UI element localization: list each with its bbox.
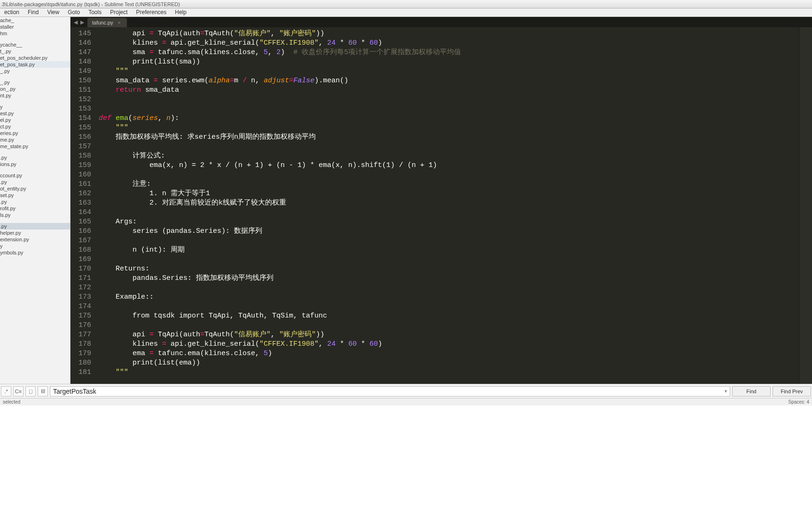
find-option-2[interactable]: ⎕ <box>25 386 36 397</box>
menu-find[interactable]: Find <box>23 8 43 16</box>
sidebar-item[interactable]: ions.py <box>0 161 70 167</box>
sidebar-item[interactable]: staller <box>0 24 70 30</box>
menu-tools[interactable]: Tools <box>84 8 106 16</box>
code-line[interactable] <box>99 104 799 114</box>
line-number: 161 <box>70 180 91 189</box>
find-option-3[interactable]: ⊟ <box>38 386 48 397</box>
sidebar-item[interactable]: helper.py <box>0 230 70 236</box>
line-number: 177 <box>70 330 91 340</box>
code-line[interactable]: api = TqApi(auth=TqAuth("信易账户", "账户密码")) <box>99 330 799 340</box>
code-line[interactable] <box>99 170 799 180</box>
find-input-value: TargetPosTask <box>53 388 96 395</box>
code-line[interactable]: return sma_data <box>99 86 799 95</box>
code-line[interactable]: api = TqApi(auth=TqAuth("信易账户", "账户密码")) <box>99 29 799 39</box>
minimap[interactable] <box>799 27 812 384</box>
sidebar[interactable]: ache_stallerhmycache__t_.pyet_pos_schedu… <box>0 17 70 384</box>
sidebar-item[interactable]: _.py <box>0 79 70 86</box>
code-line[interactable]: 计算公式: <box>99 151 799 161</box>
code-line[interactable]: sma_data = series.ewm(alpha=m / n, adjus… <box>99 76 799 86</box>
sidebar-item[interactable]: .py <box>0 179 70 185</box>
code-line[interactable] <box>99 95 799 104</box>
code-line[interactable]: ema(x, n) = 2 * x / (n + 1) + (n - 1) * … <box>99 161 799 170</box>
sidebar-item[interactable]: .py <box>0 154 70 161</box>
sidebar-item[interactable]: et_pos_scheduler.py <box>0 55 70 61</box>
sidebar-item[interactable]: el.py <box>0 117 70 123</box>
code-line[interactable]: ema = tafunc.ema(klines.close, 5) <box>99 349 799 358</box>
code-line[interactable]: klines = api.get_kline_serial("CFFEX.IF1… <box>99 39 799 48</box>
sidebar-item[interactable]: ccount.py <box>0 172 70 179</box>
menu-goto[interactable]: Goto <box>63 8 84 16</box>
code-line[interactable]: sma = tafunc.sma(klines.close, 5, 2) # 收… <box>99 48 799 57</box>
code-line[interactable]: n (int): 周期 <box>99 246 799 255</box>
code-line[interactable] <box>99 208 799 217</box>
sidebar-item[interactable]: .py <box>0 198 70 205</box>
code-line[interactable]: pandas.Series: 指数加权移动平均线序列 <box>99 274 799 283</box>
sidebar-item[interactable]: nt.py <box>0 92 70 99</box>
sidebar-item[interactable]: et_pos_task.py <box>0 61 70 68</box>
code-line[interactable] <box>99 302 799 311</box>
menu-ection[interactable]: ection <box>0 8 23 16</box>
sidebar-item[interactable]: ot_entity.py <box>0 185 70 192</box>
code-line[interactable]: from tqsdk import TqApi, TqAuth, TqSim, … <box>99 311 799 321</box>
line-number: 154 <box>70 114 91 123</box>
menu-project[interactable]: Project <box>106 8 132 16</box>
find-button-find[interactable]: Find <box>732 386 771 397</box>
sidebar-item[interactable]: ct.py <box>0 123 70 130</box>
sidebar-item[interactable]: on_.py <box>0 86 70 92</box>
code-line[interactable]: def ema(series, n): <box>99 114 799 123</box>
sidebar-item[interactable]: me_state.py <box>0 143 70 150</box>
nav-back-icon[interactable]: ◀ <box>72 19 79 25</box>
sidebar-item[interactable]: ymbols.py <box>0 249 70 256</box>
code-line[interactable]: series (pandas.Series): 数据序列 <box>99 227 799 236</box>
sidebar-item[interactable]: set.py <box>0 192 70 198</box>
code-line[interactable] <box>99 142 799 151</box>
code-line[interactable] <box>99 321 799 330</box>
code-line[interactable] <box>99 236 799 246</box>
code-line[interactable]: klines = api.get_kline_serial("CFFEX.IF1… <box>99 340 799 349</box>
sidebar-item[interactable]: eries.py <box>0 130 70 136</box>
code-line[interactable]: Args: <box>99 217 799 227</box>
status-item[interactable]: Spaces: 4 <box>789 398 809 405</box>
code-editor[interactable]: 1451461471481491501511521531541551561571… <box>70 27 812 384</box>
find-button-find-prev[interactable]: Find Prev <box>773 386 811 397</box>
sidebar-item[interactable]: est.py <box>0 110 70 117</box>
find-input[interactable]: TargetPosTask▼ <box>50 386 730 397</box>
code-line[interactable]: Returns: <box>99 264 799 274</box>
sidebar-item[interactable]: hm <box>0 30 70 37</box>
code-line[interactable]: """ <box>99 123 799 133</box>
code-line[interactable] <box>99 255 799 264</box>
sidebar-item[interactable]: rofit.py <box>0 205 70 212</box>
sidebar-item[interactable]: .py <box>0 223 70 230</box>
dropdown-icon[interactable]: ▼ <box>724 389 728 394</box>
line-number: 176 <box>70 321 91 330</box>
sidebar-item[interactable]: me.py <box>0 136 70 143</box>
nav-forward-icon[interactable]: ▶ <box>79 19 86 25</box>
code-line[interactable]: print(list(ema)) <box>99 358 799 368</box>
find-option-0[interactable]: .* <box>1 386 11 397</box>
tab-tafunc[interactable]: tafunc.py × <box>87 18 127 27</box>
code-line[interactable] <box>99 283 799 293</box>
code-line[interactable]: """ <box>99 67 799 76</box>
code-line[interactable]: 注意: <box>99 180 799 189</box>
find-option-1[interactable]: C≡ <box>13 386 23 397</box>
line-number: 153 <box>70 104 91 114</box>
menu-preferences[interactable]: Preferences <box>132 8 171 16</box>
code-body[interactable]: api = TqApi(auth=TqAuth("信易账户", "账户密码"))… <box>99 27 799 384</box>
sidebar-item[interactable]: _.py <box>0 68 70 74</box>
close-icon[interactable]: × <box>118 20 121 25</box>
code-line[interactable]: Example:: <box>99 293 799 302</box>
sidebar-item[interactable]: extension.py <box>0 236 70 243</box>
sidebar-item[interactable]: ls.py <box>0 212 70 218</box>
menu-help[interactable]: Help <box>171 8 191 16</box>
sidebar-item[interactable]: y <box>0 103 70 110</box>
code-line[interactable]: print(list(sma)) <box>99 57 799 67</box>
sidebar-item[interactable]: y <box>0 243 70 249</box>
sidebar-item[interactable]: t_.py <box>0 48 70 55</box>
sidebar-item[interactable]: ache_ <box>0 17 70 24</box>
sidebar-item[interactable]: ycache__ <box>0 41 70 48</box>
menu-view[interactable]: View <box>43 8 63 16</box>
code-line[interactable]: 指数加权移动平均线: 求series序列n周期的指数加权移动平均 <box>99 133 799 142</box>
code-line[interactable]: 2. 对距离当前较近的k线赋予了较大的权重 <box>99 198 799 208</box>
code-line[interactable]: """ <box>99 368 799 377</box>
code-line[interactable]: 1. n 需大于等于1 <box>99 189 799 198</box>
